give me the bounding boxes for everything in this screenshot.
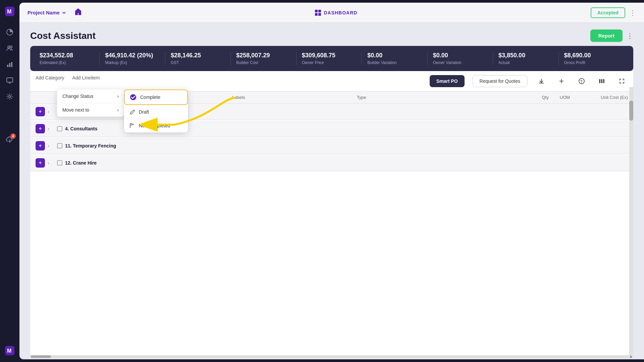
stat-markup-value: $46,910.42 (20%) [105, 52, 159, 59]
analytics-icon[interactable] [3, 25, 16, 39]
not-completed-label: Not Completed [139, 123, 170, 128]
svg-point-13 [581, 82, 582, 83]
svg-point-17 [130, 94, 136, 100]
stat-gross-profit: $8,690.00 Gross Profit [559, 52, 624, 65]
expand-icon[interactable] [616, 75, 628, 87]
add-icon[interactable] [555, 75, 568, 87]
stat-owner-price-value: $309,608.75 [302, 52, 356, 59]
vertical-scrollbar[interactable] [629, 87, 633, 355]
stat-gst: $28,146.25 GST [165, 52, 231, 65]
chevron-down-icon [62, 10, 66, 15]
page-header: Cost Assistant Report ⋮ [19, 23, 644, 46]
cloud-icon[interactable]: 4 [3, 133, 16, 146]
scrollbar-thumb[interactable] [629, 101, 633, 121]
stat-owner-price-label: Owner Price [302, 60, 356, 65]
monitor-icon[interactable] [3, 74, 16, 87]
stat-actual-value: $3,850.00 [498, 52, 553, 59]
status-not-completed-option[interactable]: Not Completed [124, 119, 188, 132]
stat-builder-variation-label: Builder Variation [367, 60, 422, 65]
circle-icon[interactable] [576, 75, 588, 87]
stat-owner-variation-value: $0.00 [433, 52, 487, 59]
project-name-selector[interactable]: Project Name [28, 10, 66, 15]
context-menu: Change Status › Move next to › [57, 89, 124, 117]
row-expand-1[interactable]: › [48, 109, 54, 114]
svg-text:M: M [7, 348, 11, 354]
quick-actions-row: Add Category Add Lineitem Smart PO Reque… [30, 71, 633, 92]
row-add-button-4[interactable]: + [36, 158, 45, 168]
stat-gross-profit-label: Gross Profit [564, 60, 619, 65]
row-name-4: 12. Crane Hire [65, 160, 628, 166]
table-row: + › 11. Temporary Fencing [30, 138, 633, 154]
stat-markup-label: Markup (Ex) [105, 60, 159, 65]
svg-text:M: M [7, 9, 11, 14]
check-circle-icon [129, 94, 137, 101]
smart-po-button[interactable]: Smart PO [430, 75, 465, 87]
columns-icon[interactable] [596, 75, 608, 87]
stat-builder-cost: $258,007.29 Builder Cost [231, 52, 296, 65]
app-logo[interactable]: M [4, 5, 16, 17]
svg-rect-6 [9, 63, 10, 67]
svg-rect-16 [603, 79, 604, 83]
status-complete-option[interactable]: Complete [124, 89, 188, 105]
row-name-3: 11. Temporary Fencing [65, 143, 628, 148]
stat-actual: $3,850.00 Actual [493, 52, 558, 65]
row-add-button-1[interactable]: + [36, 107, 45, 116]
people-icon[interactable] [3, 42, 16, 55]
accepted-button[interactable]: Accepted [591, 7, 625, 18]
row-expand-3[interactable]: › [48, 143, 54, 148]
row-checkbox-2[interactable] [57, 126, 62, 131]
svg-rect-7 [11, 62, 12, 67]
status-draft-option[interactable]: Draft [124, 105, 188, 119]
h-scrollbar-thumb[interactable] [31, 355, 51, 358]
row-add-button-2[interactable]: + [36, 124, 45, 133]
navbar-more-button[interactable]: ⋮ [629, 9, 636, 17]
stat-builder-cost-value: $258,007.29 [236, 52, 290, 59]
stat-markup: $46,910.42 (20%) Markup (Ex) [100, 52, 165, 65]
notification-badge: 4 [10, 133, 16, 139]
stat-owner-variation: $0.00 Owner Variation [428, 52, 493, 65]
add-lineitem-link[interactable]: Add Lineitem [72, 75, 100, 87]
col-qty-header: Qty [522, 95, 549, 100]
page-title: Cost Assistant [30, 31, 96, 41]
col-type-header: Type [357, 95, 519, 100]
project-name-label: Project Name [28, 10, 60, 15]
bottom-logo[interactable]: M [5, 346, 14, 357]
nav-center: DASHBOARD [87, 10, 585, 16]
add-category-link[interactable]: Add Category [36, 75, 64, 87]
dashboard-label: DASHBOARD [324, 10, 357, 15]
import-icon[interactable] [535, 75, 547, 87]
draft-label: Draft [139, 109, 149, 115]
stat-gross-profit-value: $8,690.00 [564, 52, 619, 59]
context-menu-move-next-to[interactable]: Move next to › [57, 103, 124, 117]
home-icon[interactable] [74, 8, 82, 17]
header-more-button[interactable]: ⋮ [627, 32, 633, 40]
row-checkbox-4[interactable] [57, 160, 62, 166]
svg-point-3 [8, 46, 10, 48]
svg-point-4 [10, 46, 12, 48]
nav-right: Accepted ⋮ [591, 7, 636, 18]
svg-rect-14 [599, 79, 600, 83]
svg-rect-15 [601, 79, 602, 83]
stat-estimated-label: Estimated (Ex) [40, 60, 94, 65]
row-expand-2[interactable]: › [48, 126, 54, 131]
settings-icon[interactable] [3, 90, 16, 103]
col-unit-header: Unit Cost (Ex) [581, 95, 628, 100]
table-row: + › 12. Crane Hire [30, 155, 633, 171]
col-uom-header: UOM [551, 95, 578, 100]
rfq-button[interactable]: Request for Quotes [473, 75, 527, 87]
context-menu-change-status[interactable]: Change Status › [57, 89, 124, 103]
table-row: + › 4. Consultants [30, 121, 633, 137]
row-checkbox-3[interactable] [57, 143, 62, 148]
stat-gst-value: $28,146.25 [171, 52, 225, 59]
row-add-button-3[interactable]: + [36, 141, 45, 150]
dashboard-grid-icon [315, 10, 321, 16]
report-button[interactable]: Report [590, 29, 623, 42]
scroll-right-arrow[interactable]: › [629, 355, 633, 359]
stat-owner-price: $309,608.75 Owner Price [297, 52, 362, 65]
horizontal-scrollbar[interactable]: › [30, 355, 633, 358]
row-expand-4[interactable]: › [48, 160, 54, 166]
stat-builder-cost-label: Builder Cost [236, 60, 290, 65]
status-submenu: Complete Draft Not Completed [124, 89, 188, 132]
complete-label: Complete [140, 95, 160, 100]
chart-icon[interactable] [3, 58, 16, 71]
